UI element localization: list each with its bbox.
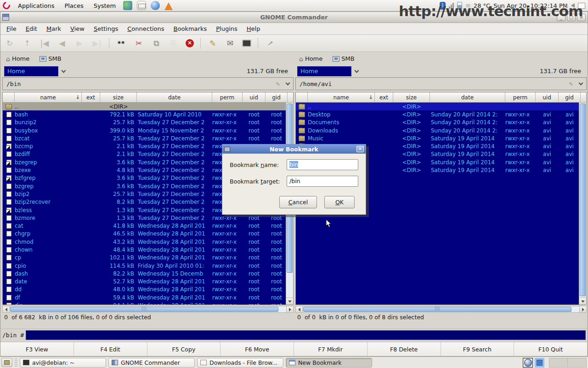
iceweasel-tray-icon[interactable] [523, 358, 533, 368]
file-row[interactable]: bzcat 25.7 kB Tuesday 27 December 2 rwxr… [3, 134, 286, 142]
function-key-button[interactable]: F8 Delete [368, 342, 441, 356]
paste-icon[interactable]: ⎘ [168, 39, 179, 48]
file-row[interactable]: cpio 114.5 kB Friday 30 April 2010 01: r… [3, 262, 286, 270]
function-key-button[interactable]: F3 View [0, 342, 74, 356]
bookmark-name-input[interactable]: bin [287, 159, 358, 170]
file-row[interactable]: chown 48.4 kB Wednesday 28 April 201 rwx… [3, 246, 286, 253]
file-row[interactable]: bunzip2 25.7 kB Tuesday 27 December 2 rw… [3, 119, 286, 126]
file-row[interactable]: Music <DIR> Saturday 19 April 2014 rwxr-… [296, 134, 579, 142]
taskbar-window-button[interactable]: New Bookmark [286, 358, 372, 368]
path-history-dropdown-icon[interactable] [579, 81, 583, 86]
menu-item[interactable]: Settings [90, 23, 122, 34]
left-horizontal-scrollbar[interactable]: ||| [2, 306, 294, 313]
function-key-button[interactable]: F7 Mkdir [294, 342, 368, 356]
first-icon[interactable]: |◀ [39, 39, 50, 48]
file-row[interactable]: busybox 399.0 kB Monday 15 November 2 rw… [3, 126, 286, 134]
workspace-1[interactable] [549, 358, 568, 367]
function-key-button[interactable]: F6 Move [220, 342, 294, 356]
scrollbar-thumb[interactable]: ||| [303, 307, 571, 312]
dialog-close-icon[interactable]: ✕ [356, 146, 364, 152]
right-device-selector[interactable]: Home [297, 66, 351, 76]
file-row[interactable]: .. <DIR> [3, 103, 286, 110]
taskbar-window-button[interactable]: avi@debian: ~ [20, 358, 106, 368]
column-header-ext[interactable]: ext [375, 92, 393, 102]
left-home-tab[interactable]: ⌂Home [4, 54, 31, 63]
connect-icon[interactable]: ⊸ [263, 36, 277, 50]
battery-icon[interactable] [457, 2, 462, 10]
edit-icon[interactable]: ✎ [207, 39, 218, 48]
scroll-right-button[interactable] [579, 306, 586, 312]
menu-item[interactable]: Plugins [212, 23, 242, 34]
column-header-icon[interactable] [3, 92, 15, 102]
column-header-size[interactable]: size [393, 92, 430, 102]
column-header-uid[interactable]: uid [536, 92, 559, 102]
taskbar-window-button[interactable]: GNOME Commander [108, 358, 195, 368]
cancel-button[interactable]: Cancel [279, 196, 317, 208]
column-header-gid[interactable]: gid [266, 92, 288, 102]
right-horizontal-scrollbar[interactable]: ||| [295, 306, 587, 313]
column-header-name[interactable]: name↓ [308, 92, 375, 102]
scroll-down-button[interactable] [286, 298, 293, 305]
last-icon[interactable]: ▶| [91, 39, 102, 48]
cut-icon[interactable]: ✂ [133, 39, 144, 48]
column-header-ext[interactable]: ext [82, 92, 100, 102]
edit-path-icon[interactable]: ✎ [569, 80, 573, 87]
edit-path-icon[interactable]: ✎ [276, 80, 280, 87]
delete-icon[interactable]: × [186, 39, 194, 47]
left-device-selector[interactable]: Home [4, 66, 58, 76]
file-row[interactable]: dd 48.0 kB Wednesday 28 April 201 rwxr-x… [3, 286, 286, 293]
network-signal-icon[interactable] [449, 2, 454, 9]
mail-icon[interactable]: ✉ [225, 39, 236, 48]
show-desktop-button[interactable] [1, 358, 12, 367]
forward-icon[interactable]: ▶ [74, 39, 85, 48]
file-row[interactable]: Downloads <DIR> Sunday 20 April 2014 2: … [296, 126, 579, 134]
back-icon[interactable]: ◀ [57, 39, 68, 48]
column-header-gid[interactable]: gid [559, 92, 581, 102]
up-dir-icon[interactable]: ↑ [22, 39, 33, 48]
file-row[interactable]: Documents <DIR> Sunday 20 April 2014 2: … [296, 119, 579, 126]
column-header-size[interactable]: size [100, 92, 137, 102]
taskbar-window-button[interactable]: Downloads - File Brow... [197, 358, 283, 368]
column-header-perm[interactable]: perm [212, 92, 243, 102]
workspace-2[interactable] [568, 358, 586, 367]
menu-item[interactable]: Connections [123, 23, 168, 34]
workspace-switcher[interactable] [549, 358, 587, 368]
column-header-perm[interactable]: perm [505, 92, 536, 102]
column-header-date[interactable]: date [137, 92, 212, 102]
clock-label[interactable]: Sun Apr 20, 10:22:14 PM [493, 2, 568, 9]
web-browser-launcher-icon[interactable] [123, 1, 132, 10]
left-device-dropdown[interactable] [58, 66, 68, 76]
copy-icon[interactable]: ⧉ [151, 39, 162, 48]
scrollbar-thumb[interactable]: ||| [10, 307, 278, 312]
window-titlebar[interactable]: GNOME Commander _ □ × [0, 12, 588, 23]
menu-item[interactable]: Bookmarks [170, 23, 211, 34]
right-path-bar[interactable]: /home/avi ✎ [295, 77, 587, 90]
debian-logo-icon[interactable] [1, 0, 11, 11]
file-row[interactable]: dash 82.2 kB Wednesday 15 Decemb rwxr-xr… [3, 270, 286, 277]
select-pattern-icon[interactable]: ** [116, 40, 127, 47]
file-row[interactable]: bzmore 1.3 kB Tuesday 27 December 2 rwxr… [3, 214, 286, 222]
close-button[interactable]: × [577, 14, 586, 21]
file-row[interactable]: chgrp 46.5 kB Wednesday 28 April 201 rwx… [3, 230, 286, 238]
file-row[interactable]: bash 792.1 kB Saturday 10 April 2010 rwx… [3, 110, 286, 118]
refresh-icon[interactable]: ↻ [4, 39, 15, 48]
file-row[interactable]: chmod 43.2 kB Wednesday 28 April 201 rwx… [3, 238, 286, 246]
file-row[interactable]: .. <DIR> [296, 103, 579, 110]
volume-icon[interactable] [571, 3, 575, 8]
places-menu[interactable]: Places [60, 1, 87, 10]
file-row[interactable]: cp 102.1 kB Wednesday 28 April 201 rwxr-… [3, 254, 286, 262]
function-key-button[interactable]: F10 Quit [514, 342, 588, 356]
menu-item[interactable]: Help [243, 23, 265, 34]
file-row[interactable]: Desktop <DIR> Sunday 20 April 2014 2: rw… [296, 110, 579, 118]
vlc-launcher-icon[interactable] [164, 2, 173, 10]
right-vertical-scrollbar[interactable] [579, 103, 586, 305]
scroll-left-button[interactable] [296, 306, 303, 312]
column-header-uid[interactable]: uid [243, 92, 266, 102]
command-input[interactable] [26, 330, 586, 340]
ok-button[interactable]: OK [324, 196, 355, 208]
weather-icon[interactable]: ≋ [465, 2, 470, 9]
left-path-bar[interactable]: /bin ✎ [2, 77, 294, 90]
menu-item[interactable]: Edit [22, 23, 41, 34]
menu-item[interactable]: File [2, 23, 21, 34]
menu-item[interactable]: Mark [42, 23, 65, 34]
